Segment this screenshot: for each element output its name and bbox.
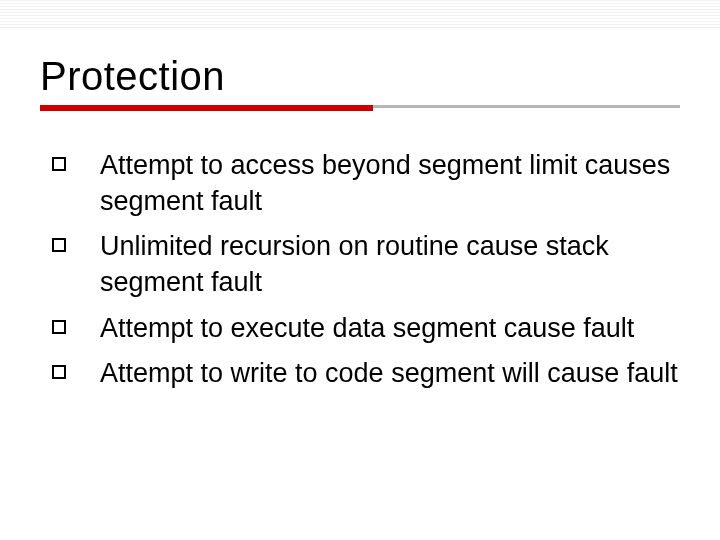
bullet-text: Unlimited recursion on routine cause sta…	[100, 231, 609, 297]
list-item: Attempt to execute data segment cause fa…	[52, 311, 680, 347]
square-bullet-icon	[52, 365, 66, 379]
bullet-text: Attempt to access beyond segment limit c…	[100, 150, 670, 216]
square-bullet-icon	[52, 157, 66, 171]
bullet-text: Attempt to execute data segment cause fa…	[100, 313, 634, 343]
slide: Protection Attempt to access beyond segm…	[0, 0, 720, 540]
top-hatch-decoration	[0, 0, 720, 30]
title-underline	[40, 105, 680, 115]
list-item: Attempt to write to code segment will ca…	[52, 356, 680, 392]
bullet-text: Attempt to write to code segment will ca…	[100, 358, 678, 388]
slide-title: Protection	[40, 54, 680, 99]
list-item: Unlimited recursion on routine cause sta…	[52, 229, 680, 300]
bullet-list: Attempt to access beyond segment limit c…	[52, 148, 680, 392]
title-block: Protection	[40, 54, 680, 115]
body-block: Attempt to access beyond segment limit c…	[52, 148, 680, 402]
square-bullet-icon	[52, 320, 66, 334]
list-item: Attempt to access beyond segment limit c…	[52, 148, 680, 219]
square-bullet-icon	[52, 238, 66, 252]
